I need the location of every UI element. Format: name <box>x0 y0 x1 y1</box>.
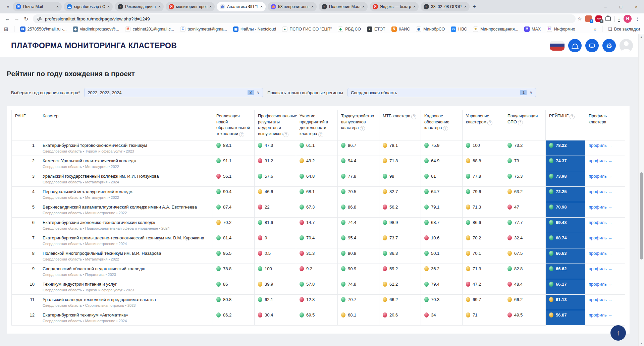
extensions-puzzle-icon[interactable] <box>605 16 611 21</box>
reload-button[interactable]: ↻ <box>21 14 31 23</box>
metric-value: 10.6 <box>431 235 439 240</box>
user-avatar[interactable] <box>620 39 633 52</box>
tab-close-icon[interactable]: × <box>158 4 161 9</box>
help-icon[interactable]: ? <box>487 120 492 125</box>
metric-value: 98 <box>389 174 394 179</box>
metric-value: 100 <box>473 143 480 148</box>
profile-link[interactable]: профиль → <box>589 282 612 287</box>
help-icon[interactable]: ? <box>411 114 416 119</box>
page-scrollbar[interactable]: ▲ ▼ <box>638 34 644 346</box>
profile-link[interactable]: профиль → <box>589 158 612 163</box>
bookmarks-overflow-chevron[interactable]: » <box>594 26 596 32</box>
extension-shield-icon[interactable]: 1 <box>585 15 592 22</box>
messages-button[interactable] <box>585 39 599 52</box>
bookmark-item[interactable]: ▲ПСПО ГИС СО "ЕЦП" <box>282 26 332 32</box>
minimize-button[interactable]: – <box>598 0 613 13</box>
cluster-meta: Свердловская область • Металлургия • 202… <box>43 195 209 199</box>
close-button[interactable]: × <box>629 0 644 13</box>
metric-cell: 62.1 <box>255 294 296 310</box>
tab-close-icon[interactable]: × <box>413 4 416 9</box>
status-dot-icon <box>258 251 262 256</box>
scroll-to-top-button[interactable]: ↑ <box>610 325 626 341</box>
help-icon[interactable]: ? <box>443 126 448 131</box>
help-icon[interactable]: ? <box>239 132 244 137</box>
profile-link[interactable]: профиль → <box>589 143 612 148</box>
browser-tab[interactable]: ЯЯндекс — быстрый п× <box>370 2 419 11</box>
new-tab-button[interactable]: + <box>470 2 479 11</box>
metric-value: 94.4 <box>348 158 356 163</box>
metric-cell: 59.2 <box>379 264 421 279</box>
help-icon[interactable]: ? <box>283 132 288 137</box>
metric-cell: 0 <box>255 233 296 248</box>
status-dot-icon <box>424 312 429 318</box>
help-icon[interactable]: ? <box>318 132 323 137</box>
browser-tab[interactable]: ◐38_02_08 ОРОР-Р 20× <box>421 2 470 11</box>
tab-close-icon[interactable]: × <box>56 4 59 9</box>
browser-tab[interactable]: ◐Положение Мастер× <box>319 2 368 11</box>
profile-link[interactable]: профиль → <box>589 251 612 256</box>
tab-close-icon[interactable]: × <box>464 4 467 9</box>
tab-close-icon[interactable]: × <box>362 4 365 9</box>
notifications-button[interactable] <box>568 39 582 52</box>
help-icon[interactable]: ? <box>360 126 365 131</box>
downloads-icon[interactable]: ↓ <box>618 16 620 22</box>
tab-search-chevron-icon[interactable]: ∨ <box>3 4 13 9</box>
scrollbar-up-arrow[interactable]: ▲ <box>639 34 644 40</box>
browser-tab[interactable]: Ямониторинг професс× <box>166 2 215 11</box>
scrollbar-thumb[interactable] <box>640 172 643 260</box>
bookmark-item[interactable]: Gtexnikymetet@gma... <box>180 26 227 32</box>
bookmark-item[interactable]: vkНВС <box>451 26 467 32</box>
profile-link[interactable]: профиль → <box>589 266 612 271</box>
apps-grid-icon[interactable]: ⊞ <box>4 26 8 32</box>
region-select[interactable]: Свердловская область 1 ∨ <box>347 88 536 97</box>
back-button[interactable]: ← <box>3 14 12 23</box>
url-bar[interactable]: professionalitet.firpo.ru/mod/page/view.… <box>33 14 576 23</box>
bookmark-item[interactable]: ◉МинобрСО <box>416 26 445 32</box>
bookmark-item[interactable]: ИИнформио <box>547 26 575 32</box>
extension-adblock-icon[interactable]: ABP 1 <box>595 15 602 22</box>
browser-tab[interactable]: ☁signatures.zip / Обла× <box>64 2 113 11</box>
bookmark-item[interactable]: ◆vladimir.protasov@... <box>73 26 119 32</box>
cluster-meta: Свердловская область • Туризм и сфера ус… <box>43 149 209 153</box>
profile-link[interactable]: профиль → <box>589 205 612 210</box>
status-dot-icon <box>258 266 262 271</box>
language-flag-icon[interactable] <box>550 41 565 51</box>
year-select[interactable]: 2022, 2023, 2024 3 ∨ <box>84 88 263 97</box>
profile-link[interactable]: профиль → <box>589 220 612 225</box>
help-icon[interactable]: ? <box>570 114 575 119</box>
profile-link[interactable]: профиль → <box>589 174 612 179</box>
browser-tab[interactable]: ◉58 непрочитанных ч× <box>268 2 317 11</box>
bookmark-item[interactable]: ◐ЕТЭТ <box>367 26 385 32</box>
bookmark-star-icon[interactable]: ☆ <box>578 16 582 22</box>
maximize-button[interactable]: □ <box>613 0 629 13</box>
status-dot-icon <box>383 174 387 179</box>
browser-tab[interactable]: ◍Аналитика ФП "Прос× <box>217 2 266 11</box>
cluster-name: Полевской многопрофильный техникум им. В… <box>43 251 209 256</box>
profile-link[interactable]: профиль → <box>589 312 612 318</box>
browser-profile-avatar[interactable]: H <box>624 15 632 23</box>
browser-tab[interactable]: ✉Почта Mail× <box>13 2 62 11</box>
metric-value: 59.2 <box>389 266 398 271</box>
profile-link[interactable]: профиль → <box>589 235 612 240</box>
all-bookmarks-button[interactable]: ❏ Все закладки <box>608 26 640 32</box>
profile-link[interactable]: профиль → <box>589 297 612 302</box>
scrollbar-down-arrow[interactable]: ▼ <box>639 341 644 346</box>
metric-cell: 68.8 <box>463 156 504 171</box>
bookmark-item[interactable]: NКАИС <box>391 26 410 32</box>
help-icon[interactable]: ? <box>518 120 523 125</box>
browser-tab[interactable]: ◐Рекомендации_по_п× <box>115 2 164 11</box>
tab-close-icon[interactable]: × <box>311 4 314 9</box>
forward-button[interactable]: → <box>12 14 21 23</box>
settings-button[interactable]: ⚙ <box>602 39 616 52</box>
bookmark-item[interactable]: ◈РБД СО <box>338 26 361 32</box>
browser-menu-icon[interactable]: ⋮ <box>635 16 640 22</box>
tab-close-icon[interactable]: × <box>260 4 263 9</box>
bookmark-item[interactable]: Mcabinet201@gmail.c... <box>125 26 174 32</box>
bookmark-item[interactable]: MMAX <box>524 26 541 32</box>
profile-link[interactable]: профиль → <box>589 189 612 194</box>
bookmark-item[interactable]: ⚜Минпросвещения... <box>473 26 518 32</box>
tab-close-icon[interactable]: × <box>107 4 110 9</box>
bookmark-item[interactable]: ▣Файлы - Nextcloud <box>233 26 276 32</box>
bookmark-item[interactable]: ✉2578550@mail.ru -... <box>20 26 67 32</box>
tab-close-icon[interactable]: × <box>209 4 212 9</box>
